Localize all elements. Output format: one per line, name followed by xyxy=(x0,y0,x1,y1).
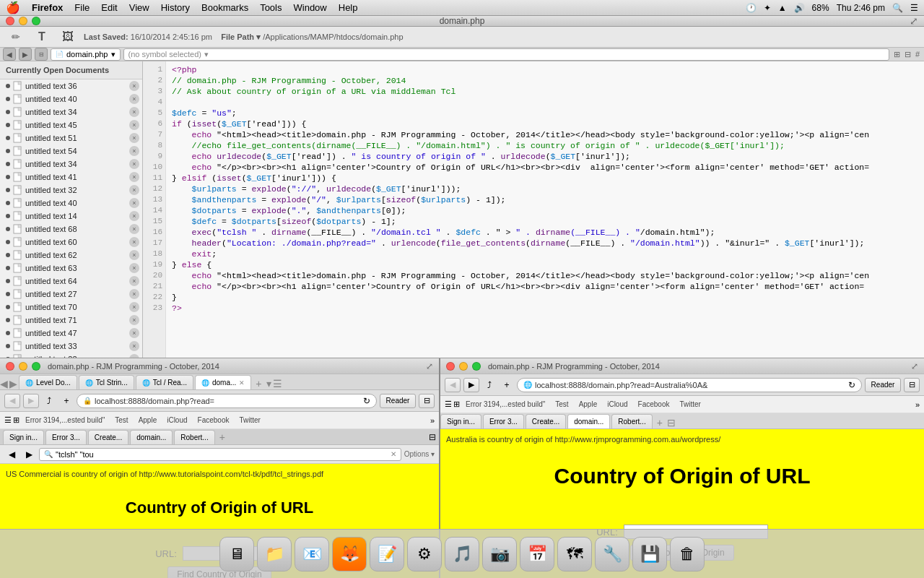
right-tab-2[interactable]: Create... xyxy=(526,414,566,428)
right-bookmarks-more[interactable]: » xyxy=(915,400,920,409)
left-min-button[interactable] xyxy=(19,362,27,371)
sidebar-close-6[interactable]: × xyxy=(129,159,139,169)
sidebar-item-11[interactable]: untitled text 68 × xyxy=(0,223,142,236)
right-reader-btn[interactable]: Reader xyxy=(865,378,901,392)
sidebar-item-17[interactable]: untitled text 70 × xyxy=(0,301,142,314)
sidebar-item-1[interactable]: untitled text 40 × xyxy=(0,92,142,105)
left-search-input-wrapper[interactable]: 🔍 "tclsh" "tou ✕ xyxy=(39,448,401,461)
right-url-bar[interactable]: 🌐 localhost:8888/domain.php?read=Austral… xyxy=(517,378,862,392)
sidebar-item-20[interactable]: untitled text 33 × xyxy=(0,340,142,353)
right-share-btn[interactable]: ⤴ xyxy=(482,378,497,392)
sidebar-close-1[interactable]: × xyxy=(129,94,139,104)
left-refresh-icon[interactable]: ↻ xyxy=(363,396,370,406)
right-tab-3[interactable]: domain... xyxy=(567,414,610,428)
dock-settings[interactable]: ⚙ xyxy=(407,537,442,571)
sidebar-item-16[interactable]: untitled text 27 × xyxy=(0,288,142,301)
menu-window[interactable]: Window xyxy=(294,2,327,13)
sidebar-close-14[interactable]: × xyxy=(129,263,139,273)
right-bookmark-5[interactable]: Twitter xyxy=(675,399,705,410)
sidebar-close-10[interactable]: × xyxy=(129,211,139,221)
menu-firefox[interactable]: Firefox xyxy=(32,2,63,13)
sidebar-close-20[interactable]: × xyxy=(129,341,139,351)
dock-textedit[interactable]: 📝 xyxy=(370,537,404,571)
sidebar-close-16[interactable]: × xyxy=(129,289,139,299)
dock-maps[interactable]: 🗺 xyxy=(557,537,592,571)
sidebar-item-13[interactable]: untitled text 62 × xyxy=(0,249,142,262)
close-button[interactable] xyxy=(6,17,14,25)
sidebar-item-18[interactable]: untitled text 71 × xyxy=(0,314,142,327)
left-tab-0[interactable]: 🌐 Level Do... xyxy=(19,375,77,389)
expand-icon[interactable]: ⤢ xyxy=(910,15,918,27)
nav-icon-1[interactable]: ⊞ xyxy=(892,48,902,61)
sidebar-item-10[interactable]: untitled text 14 × xyxy=(0,210,142,223)
sidebar-close-9[interactable]: × xyxy=(129,198,139,208)
pencil-icon[interactable]: ✏ xyxy=(6,27,26,47)
menu-bookmarks[interactable]: Bookmarks xyxy=(201,2,248,13)
left-bookmark-2[interactable]: Apple xyxy=(134,415,162,426)
left-bookmark-4[interactable]: Facebook xyxy=(193,415,234,426)
menu-edit[interactable]: Edit xyxy=(101,2,117,13)
sidebar-close-15[interactable]: × xyxy=(129,276,139,286)
left-bookmark-1[interactable]: Test xyxy=(110,415,132,426)
left-quick-tab-error[interactable]: Error 3... xyxy=(45,430,87,444)
left-add-bookmark[interactable]: + xyxy=(59,394,74,408)
left-expand-icon[interactable]: ⤢ xyxy=(426,361,433,371)
left-grid-icon[interactable]: ⊞ xyxy=(13,415,19,425)
sidebar-item-2[interactable]: untitled text 34 × xyxy=(0,105,142,118)
image-icon[interactable]: 🖼 xyxy=(58,27,78,47)
left-sidebar-toggle[interactable]: ⊟ xyxy=(429,432,436,442)
right-refresh-icon[interactable]: ↻ xyxy=(848,380,855,390)
sidebar-item-6[interactable]: untitled text 34 × xyxy=(0,158,142,171)
left-max-button[interactable] xyxy=(32,362,40,371)
left-share-btn[interactable]: ⤴ xyxy=(42,394,56,408)
right-bookmark-0[interactable]: Error 3194,...ested build" xyxy=(461,399,549,410)
left-sidebar-btn[interactable]: ⊟ xyxy=(419,394,435,408)
nav-symbol-selector[interactable]: (no symbol selected) ▾ xyxy=(123,48,889,61)
dock-calendar[interactable]: 📅 xyxy=(520,537,554,571)
sidebar-item-14[interactable]: untitled text 63 × xyxy=(0,262,142,275)
left-bookmark-0[interactable]: Error 3194,...ested build" xyxy=(21,415,109,426)
right-min-button[interactable] xyxy=(459,362,468,371)
sidebar-close-13[interactable]: × xyxy=(129,250,139,260)
right-bookmark-2[interactable]: Apple xyxy=(575,399,602,410)
left-tab-add[interactable]: + xyxy=(253,378,264,389)
sidebar-close-8[interactable]: × xyxy=(129,185,139,195)
nav-list[interactable]: ⊟ xyxy=(35,48,48,61)
font-icon[interactable]: T xyxy=(32,27,52,47)
left-tab-3[interactable]: 🌐 doma... ✕ xyxy=(195,375,251,389)
dock-terminal[interactable]: 🔧 xyxy=(595,537,629,571)
nav-icon-3[interactable]: # xyxy=(914,48,921,61)
menu-view[interactable]: View xyxy=(129,2,149,13)
dock-music[interactable]: 🎵 xyxy=(445,537,479,571)
sidebar-item-19[interactable]: untitled text 47 × xyxy=(0,327,142,340)
right-nav-back[interactable]: ◀ xyxy=(445,378,461,392)
left-quick-tab-signin[interactable]: Sign in... xyxy=(3,430,44,444)
sidebar-close-7[interactable]: × xyxy=(129,172,139,182)
hamburger-icon[interactable]: ☰ xyxy=(910,3,918,13)
nav-icon-2[interactable]: ⊟ xyxy=(903,48,912,61)
sidebar-close-0[interactable]: × xyxy=(129,81,139,91)
sidebar-close-12[interactable]: × xyxy=(129,237,139,247)
left-quick-add[interactable]: + xyxy=(217,431,228,443)
left-close-button[interactable] xyxy=(6,362,14,371)
right-tab-0[interactable]: Sign in... xyxy=(440,414,481,428)
minimize-button[interactable] xyxy=(19,17,27,25)
right-nav-forward[interactable]: ▶ xyxy=(463,378,479,392)
left-tab-sidebar[interactable]: ☰ xyxy=(273,378,282,389)
right-bookmark-4[interactable]: Facebook xyxy=(634,399,674,410)
dock-trash[interactable]: 🗑 xyxy=(670,537,705,571)
left-nav-forward[interactable]: ▶ xyxy=(23,394,39,408)
left-quick-tab-create[interactable]: Create... xyxy=(88,430,128,444)
left-reader-btn[interactable]: Reader xyxy=(380,394,416,408)
apple-menu[interactable]: 🍎 xyxy=(6,1,20,14)
left-search-forward[interactable]: ▶ xyxy=(22,447,36,462)
left-tab-2[interactable]: 🌐 Tcl / Rea... xyxy=(136,375,193,389)
dock-finder[interactable]: 🖥 xyxy=(219,537,254,571)
dock-disk[interactable]: 💾 xyxy=(632,537,667,571)
maximize-button[interactable] xyxy=(32,17,40,25)
sidebar-close-4[interactable]: × xyxy=(129,133,139,143)
sidebar-item-21[interactable]: untitled text 33 × xyxy=(0,353,142,358)
sidebar-item-8[interactable]: untitled text 32 × xyxy=(0,184,142,197)
menu-history[interactable]: History xyxy=(161,2,190,13)
right-tab-add[interactable]: + xyxy=(654,417,666,428)
